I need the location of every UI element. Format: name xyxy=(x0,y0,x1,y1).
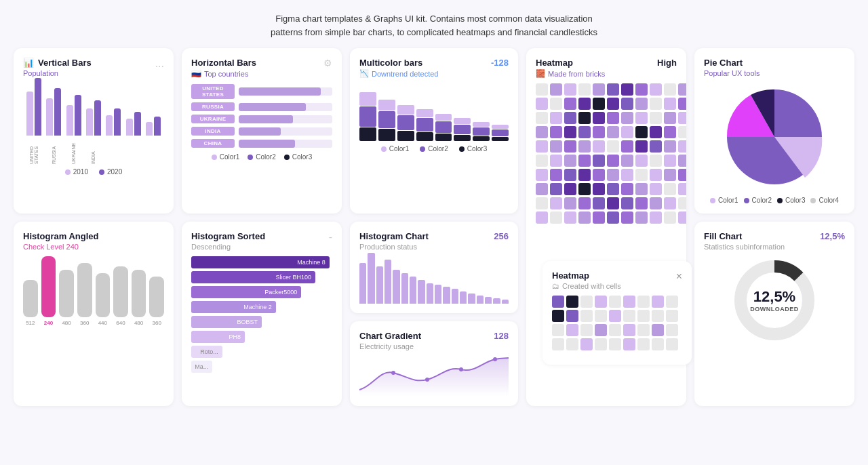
svg-rect-21 xyxy=(678,98,686,110)
hbar-tag-cn: CHINA xyxy=(191,139,235,148)
pie-label-2: Color2 xyxy=(752,197,772,204)
chart-gradient-card: Chart Gradient Electricity usage 128 xyxy=(350,321,518,406)
svg-rect-60 xyxy=(607,155,619,167)
vbar-ua-2020 xyxy=(75,95,81,136)
fc-title: Fill Chart xyxy=(704,231,742,241)
legend-2020: 2020 xyxy=(99,168,122,176)
dashboard: 📊 Vertical Bars Population ... UNITED ST… xyxy=(0,48,868,413)
hs-8 xyxy=(418,280,425,304)
hbar-flag-icon: 🇷🇺 xyxy=(191,69,201,79)
svg-rect-122 xyxy=(595,310,607,322)
svg-rect-27 xyxy=(607,112,619,124)
svg-rect-84 xyxy=(635,183,648,195)
hbar-legend-label-2: Color2 xyxy=(256,153,275,161)
svg-rect-101 xyxy=(564,211,576,224)
hs-12 xyxy=(452,289,458,304)
svg-rect-80 xyxy=(578,183,591,195)
vertical-bars-menu[interactable]: ... xyxy=(155,58,164,70)
hs-3 xyxy=(376,266,383,304)
heatmap2-title: Heatmap xyxy=(552,270,589,281)
svg-rect-29 xyxy=(635,112,648,124)
hbar-gear-icon[interactable]: ⚙ xyxy=(323,58,332,68)
svg-rect-86 xyxy=(664,183,676,195)
mbar-col-3 xyxy=(397,105,414,141)
hbar-track-ru xyxy=(239,103,332,111)
heatmap2-close[interactable]: × xyxy=(676,270,682,283)
hbar-fill-ua xyxy=(239,115,293,123)
pie-legend: Color1 Color2 Color3 Color4 xyxy=(704,197,845,204)
vbar-ru-2010 xyxy=(46,98,53,136)
svg-rect-104 xyxy=(607,211,619,224)
hs-10 xyxy=(435,285,441,304)
hbar-legend-label-1: Color1 xyxy=(220,153,239,161)
svg-rect-143 xyxy=(637,338,650,350)
svg-rect-17 xyxy=(621,98,633,110)
svg-rect-99 xyxy=(536,211,548,224)
svg-rect-46 xyxy=(564,140,576,153)
fill-chart-card: Fill Chart Statistics subinformation 12,… xyxy=(694,222,854,406)
svg-rect-16 xyxy=(607,98,619,110)
gradient-chart-area xyxy=(359,356,509,397)
hchart-subtitle: Production status xyxy=(359,243,417,251)
vbar-us-label: UNITED STATES xyxy=(29,137,39,164)
mbar-seg xyxy=(454,135,471,141)
hs-7 xyxy=(410,277,416,304)
svg-rect-26 xyxy=(593,112,605,124)
svg-rect-142 xyxy=(623,338,635,350)
svg-rect-132 xyxy=(609,324,621,336)
svg-rect-11 xyxy=(536,98,548,110)
svg-rect-133 xyxy=(623,324,635,336)
svg-rect-144 xyxy=(652,338,664,350)
donut-wrap: 12,5% DOWNLOADED xyxy=(730,256,818,344)
pie-dot-1 xyxy=(710,198,715,203)
svg-rect-70 xyxy=(593,169,605,181)
g-dot-1 xyxy=(391,371,395,375)
hb-2 xyxy=(41,256,56,317)
hsorted-chart: Machine 8 Slicer BH100 Packer5000 Machin… xyxy=(191,256,332,373)
vbar-ua: UKRAINE xyxy=(66,81,81,164)
hlbl-1: 512 xyxy=(23,320,38,326)
vbar-in: INDIA xyxy=(85,81,101,164)
vbar-ru-label: RUSSIA xyxy=(52,137,56,164)
svg-rect-105 xyxy=(621,211,633,224)
mbar-seg xyxy=(492,129,509,136)
svg-rect-65 xyxy=(678,155,686,167)
svg-rect-111 xyxy=(566,296,578,308)
svg-rect-108 xyxy=(664,211,676,224)
vbar-7-2010 xyxy=(146,122,153,136)
svg-rect-140 xyxy=(595,338,607,350)
hbar-row-cn: CHINA xyxy=(191,139,332,148)
hsorted-bar-6: PH8 xyxy=(191,331,245,343)
svg-rect-30 xyxy=(650,112,662,124)
hbar-legend-dot-2 xyxy=(248,155,253,160)
mbar-seg xyxy=(378,111,395,128)
mbar-col-1 xyxy=(359,92,376,141)
hsorted-label-8: Ma... xyxy=(195,363,208,370)
svg-rect-6 xyxy=(621,83,633,96)
svg-rect-19 xyxy=(650,98,662,110)
mbar-seg xyxy=(359,92,376,106)
pie-label-3: Color3 xyxy=(785,197,805,204)
mbar-seg xyxy=(416,118,433,132)
hlbl-7: 480 xyxy=(132,320,146,326)
hbar-track-in xyxy=(239,127,332,136)
mbar-seg xyxy=(359,106,376,127)
mbar-seg xyxy=(473,122,490,127)
svg-rect-53 xyxy=(664,140,676,153)
svg-rect-33 xyxy=(536,126,548,138)
hbar-title: Horizontal Bars xyxy=(191,58,256,68)
multicolor-bars-card: Multicolor bars 📉 Downtrend detected -12… xyxy=(350,48,518,214)
vertical-bars-title: Vertical Bars xyxy=(38,58,92,68)
vertical-bars-subtitle: Population xyxy=(23,69,58,77)
pie-subtitle: Popular UX tools xyxy=(704,69,760,77)
hbar-legend-dot-1 xyxy=(212,155,217,160)
svg-rect-38 xyxy=(607,126,619,138)
hsorted-dash[interactable]: - xyxy=(329,231,332,243)
svg-rect-35 xyxy=(564,126,576,138)
svg-rect-120 xyxy=(566,310,578,322)
svg-rect-44 xyxy=(536,140,548,153)
donut-label: 12,5% DOWNLOADED xyxy=(750,288,799,312)
header-line2: patterns from simple bar charts, to comp… xyxy=(14,26,854,39)
svg-rect-31 xyxy=(664,112,676,124)
pie-dot-4 xyxy=(810,198,816,203)
